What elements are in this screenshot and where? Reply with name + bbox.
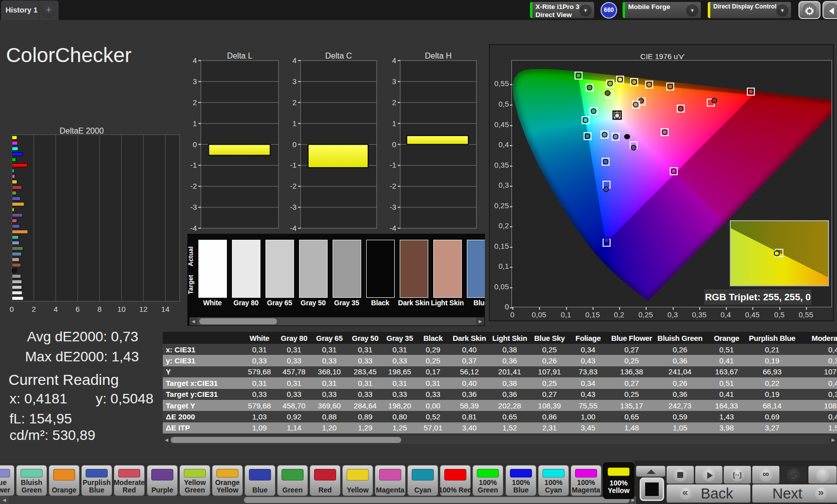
svg-text:4: 4	[193, 56, 197, 65]
svg-text:-3: -3	[390, 203, 396, 211]
svg-text:-3: -3	[190, 203, 197, 211]
svg-text:-4: -4	[190, 224, 197, 232]
svg-text:4: 4	[392, 56, 396, 65]
svg-text:-2: -2	[390, 182, 396, 190]
svg-text:1: 1	[392, 119, 396, 128]
svg-text:DeltaE 2000: DeltaE 2000	[60, 127, 104, 135]
svg-text:10: 10	[117, 305, 126, 313]
svg-text:0: 0	[10, 305, 14, 313]
svg-text:Delta L: Delta L	[227, 52, 252, 60]
svg-text:8: 8	[98, 305, 102, 313]
svg-text:4: 4	[54, 305, 58, 313]
svg-text:0: 0	[392, 140, 396, 149]
svg-text:3: 3	[293, 77, 297, 86]
svg-text:6: 6	[76, 305, 80, 313]
svg-text:0: 0	[193, 140, 197, 149]
svg-text:2: 2	[193, 98, 197, 107]
svg-text:12: 12	[139, 305, 148, 313]
svg-text:3: 3	[392, 77, 396, 86]
svg-text:14: 14	[161, 305, 170, 313]
svg-text:2: 2	[392, 98, 396, 107]
svg-text:Delta H: Delta H	[425, 52, 451, 60]
svg-text:3: 3	[193, 77, 197, 86]
svg-text:-2: -2	[190, 182, 197, 190]
svg-text:-3: -3	[290, 203, 297, 211]
svg-text:Delta C: Delta C	[325, 52, 352, 60]
svg-text:0: 0	[293, 140, 297, 149]
svg-text:4: 4	[293, 56, 297, 65]
svg-text:-1: -1	[390, 161, 396, 169]
svg-text:-1: -1	[190, 161, 197, 169]
svg-text:1: 1	[293, 119, 297, 128]
svg-text:-4: -4	[390, 224, 396, 232]
svg-text:1: 1	[193, 119, 197, 128]
svg-text:-2: -2	[290, 182, 297, 190]
svg-text:2: 2	[32, 305, 36, 313]
svg-text:-4: -4	[290, 224, 297, 232]
svg-text:-1: -1	[290, 161, 297, 169]
svg-text:2: 2	[293, 98, 297, 107]
